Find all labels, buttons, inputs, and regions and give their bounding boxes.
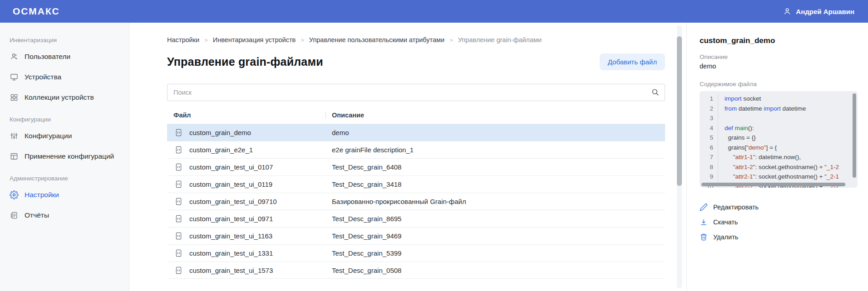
sidebar-section-administration: Администрирование	[10, 174, 129, 183]
code-text: def main():	[718, 123, 858, 133]
download-button[interactable]: Скачать	[700, 217, 857, 227]
file-name: custom_grain_e2e_1	[189, 146, 253, 154]
download-icon	[700, 218, 708, 226]
code-line: 4def main():	[700, 123, 858, 133]
table-row[interactable]: custom_grain_test_ui_0971 Test_Desc_grai…	[167, 210, 665, 227]
detail-title: custom_grain_demo	[700, 36, 857, 45]
file-name: custom_grain_demo	[189, 129, 251, 136]
grain-file-icon	[174, 128, 183, 137]
search-input[interactable]	[167, 84, 665, 101]
code-text: import socket	[718, 94, 858, 104]
main-scrollbar-thumb[interactable]	[677, 36, 682, 186]
code-line: 7 "attr1-1": datetime.now(),	[700, 152, 858, 162]
grain-file-icon	[174, 249, 183, 257]
code-hscrollbar-track[interactable]	[701, 183, 851, 186]
table-row[interactable]: custom_grain_e2e_1 e2e grainFile descrip…	[167, 141, 665, 158]
code-text: "attr1-1": datetime.now(),	[718, 152, 858, 162]
delete-button[interactable]: Удалить	[700, 232, 857, 242]
code-text: grains["demo"] = {	[718, 143, 858, 153]
sidebar-item-label: Устройства	[25, 73, 61, 81]
breadcrumb-grain-files: Управление grain-файлами	[458, 36, 542, 44]
page-title: Управление grain-файлами	[167, 55, 323, 68]
code-vscrollbar-thumb[interactable]	[853, 93, 856, 178]
line-number: 2	[700, 104, 718, 114]
edit-button-label: Редактировать	[713, 204, 759, 211]
grain-files-table: Файл Описание custom_grain_demo demo cus…	[167, 107, 665, 279]
edit-button[interactable]: Редактировать	[700, 202, 857, 212]
sidebar-item-device-collections[interactable]: Коллекции устройств	[0, 87, 129, 107]
breadcrumb-custom-attributes[interactable]: Управление пользовательскими атрибутами	[309, 36, 444, 44]
chevron-right-icon: >	[301, 37, 304, 44]
sidebar-item-settings[interactable]: Настройки	[0, 184, 129, 205]
sidebar-item-label: Настройки	[25, 191, 59, 199]
file-description: Test_Desc_grain_3418	[326, 180, 665, 188]
pencil-icon	[700, 203, 708, 211]
code-hscrollbar-thumb[interactable]	[701, 183, 845, 186]
grain-file-icon	[174, 146, 183, 154]
chevron-right-icon: >	[449, 37, 453, 44]
line-number: 8	[700, 162, 718, 172]
table-row[interactable]: custom_grain_demo demo	[167, 124, 665, 141]
file-description: Test_Desc_grain_8695	[326, 215, 665, 223]
file-name: custom_grain_test_ui_0971	[189, 215, 273, 223]
sidebar-item-apply-configurations[interactable]: Применение конфигураций	[0, 146, 129, 166]
file-name: custom_grain_test_ui_1163	[189, 232, 272, 240]
grain-file-icon	[174, 232, 183, 240]
device-icon	[10, 73, 19, 82]
file-name: custom_grain_test_ui_0107	[189, 163, 273, 171]
grain-file-icon	[174, 214, 183, 223]
table-row[interactable]: custom_grain_test_ui_1331 Test_Desc_grai…	[167, 244, 665, 262]
breadcrumb-settings[interactable]: Настройки	[167, 36, 199, 44]
sliders-icon	[10, 131, 19, 141]
code-vscrollbar-track[interactable]	[853, 93, 856, 184]
search-icon	[651, 88, 660, 97]
table-row[interactable]: custom_grain_test_ui_0119 Test_Desc_grai…	[167, 175, 665, 193]
sidebar-item-label: Конфигурации	[25, 132, 72, 140]
delete-button-label: Удалить	[713, 233, 738, 241]
download-button-label: Скачать	[713, 218, 738, 226]
app-logo: ОСМАКС	[13, 6, 60, 17]
sidebar-item-devices[interactable]: Устройства	[0, 67, 129, 87]
file-description: Базированно-прокрисованный Grain-файл	[326, 198, 665, 205]
sidebar-item-label: Отчёты	[25, 211, 49, 219]
gear-icon	[10, 190, 19, 199]
sidebar-item-reports[interactable]: Отчёты	[0, 205, 129, 225]
table-row[interactable]: custom_grain_test_ui_1573 Test_Desc_grai…	[167, 262, 665, 279]
line-number: 3	[700, 113, 718, 123]
grain-file-icon	[174, 180, 183, 189]
file-description: Test_Desc_grain_0508	[326, 267, 665, 274]
line-number: 1	[700, 94, 718, 104]
sidebar-item-configurations[interactable]: Конфигурации	[0, 126, 129, 146]
table-row[interactable]: custom_grain_test_ui_0107 Test_Desc_grai…	[167, 158, 665, 175]
file-description: Test_Desc_grain_6408	[326, 163, 665, 171]
code-text	[718, 113, 858, 123]
code-text: "attr1-2": socket.gethostname() + "_1-2	[718, 162, 858, 172]
user-name: Андрей Аршавин	[796, 8, 854, 15]
breadcrumb-device-inventory[interactable]: Инвентаризация устройств	[213, 36, 296, 44]
user-menu[interactable]: Андрей Аршавин	[783, 7, 854, 16]
line-number: 9	[700, 172, 718, 182]
code-line: 8 "attr1-2": socket.gethostname() + "_1-…	[700, 162, 858, 172]
add-file-button[interactable]: Добавить файл	[600, 53, 665, 70]
table-row[interactable]: custom_grain_test_ui_09710 Базированно-п…	[167, 193, 665, 210]
table-row[interactable]: custom_grain_test_ui_1163 Test_Desc_grai…	[167, 227, 665, 244]
main-scrollbar-track[interactable]	[677, 25, 682, 288]
file-description: e2e grainFile description_1	[326, 146, 665, 154]
file-description: Test_Desc_grain_9469	[326, 232, 665, 240]
top-bar: ОСМАКС Андрей Аршавин	[0, 0, 868, 23]
column-header-description: Описание	[326, 112, 665, 119]
column-header-file: Файл	[167, 112, 326, 119]
chevron-right-icon: >	[204, 37, 208, 44]
user-icon	[783, 7, 792, 16]
description-label: Описание	[700, 53, 857, 60]
detail-actions: Редактировать Скачать Удалить	[700, 202, 857, 242]
users-icon	[10, 52, 19, 61]
sidebar-item-label: Коллекции устройств	[25, 93, 94, 102]
sidebar-item-users[interactable]: Пользователи	[0, 46, 129, 67]
table-header: Файл Описание	[167, 107, 665, 124]
file-content-label: Содержимое файла	[700, 81, 857, 87]
sidebar-section-inventory: Инвентаризация	[10, 35, 129, 44]
grid-icon	[10, 93, 19, 102]
grain-file-icon	[174, 266, 183, 275]
trash-icon	[700, 233, 708, 241]
